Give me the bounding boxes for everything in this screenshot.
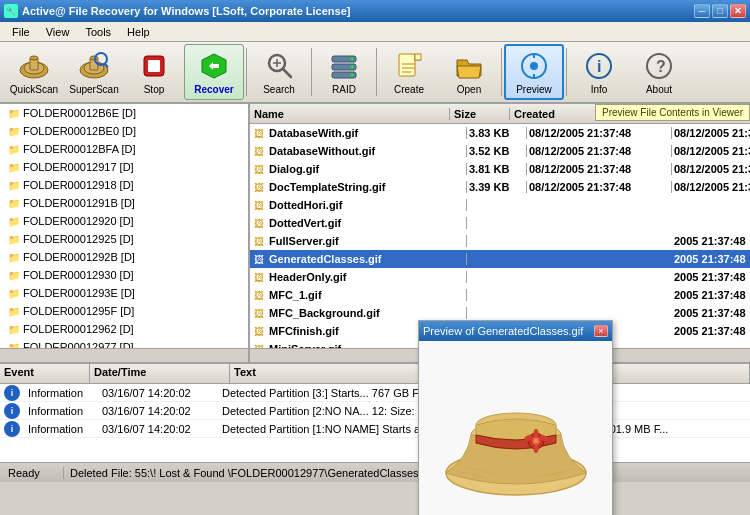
folder-tree: 📁 FOLDER00012B6E [D] 📁 FOLDER00012BE0 [D…: [0, 104, 248, 348]
quickscan-icon: [18, 50, 50, 82]
svg-point-19: [351, 57, 354, 60]
file-created: 08/12/2005 21:37:48: [527, 145, 672, 157]
file-row-selected[interactable]: 🖼 GeneratedClasses.gif 2005 21:37:48 12/…: [250, 250, 750, 268]
tree-item-6[interactable]: 📁 FOLDER00012920 [D]: [0, 212, 248, 230]
col-name-header[interactable]: Name: [250, 108, 450, 120]
search-label: Search: [263, 84, 295, 95]
folder-icon: 📁: [8, 306, 20, 317]
file-row[interactable]: 🖼 MFC_1.gif 2005 21:37:48 12/0: [250, 286, 750, 304]
tree-item-10[interactable]: 📁 FOLDER0001293E [D]: [0, 284, 248, 302]
file-row[interactable]: 🖼 Dialog.gif 3.81 KB 08/12/2005 21:37:48…: [250, 160, 750, 178]
tree-item-2[interactable]: 📁 FOLDER00012BFA [D]: [0, 140, 248, 158]
window-title: Active@ File Recovery for Windows [LSoft…: [22, 5, 350, 17]
file-row[interactable]: 🖼 FullServer.gif 2005 21:37:48 12/0: [250, 232, 750, 250]
tree-h-scrollbar[interactable]: [0, 348, 248, 362]
file-row[interactable]: 🖼 HeaderOnly.gif 2005 21:37:48 12/0: [250, 268, 750, 286]
folder-icon: 📁: [8, 252, 20, 263]
file-list: 🖼 DatabaseWith.gif 3.83 KB 08/12/2005 21…: [250, 124, 750, 348]
folder-icon: 📁: [8, 162, 20, 173]
preview-button[interactable]: Preview: [504, 44, 564, 100]
log-row[interactable]: i Information 03/16/07 14:20:02 Detected…: [0, 402, 750, 420]
title-bar: 🔧 Active@ File Recovery for Windows [LSo…: [0, 0, 750, 22]
svg-rect-24: [415, 54, 421, 60]
file-icon: 🖼: [250, 272, 264, 283]
svg-rect-22: [399, 54, 415, 76]
preview-label: Preview: [516, 84, 552, 95]
log-col-datetime-header[interactable]: Date/Time: [90, 364, 230, 383]
log-row[interactable]: i Information 03/16/07 14:20:02 Detected…: [0, 384, 750, 402]
info-button[interactable]: i Info: [569, 44, 629, 100]
log-row[interactable]: i Information 03/16/07 14:20:02 Detected…: [0, 420, 750, 438]
file-icon: 🖼: [250, 182, 264, 193]
info-icon: i: [583, 50, 615, 82]
file-name: HeaderOnly.gif: [267, 271, 467, 283]
file-modified: 2005 21:37:48: [672, 253, 750, 265]
open-button[interactable]: Open: [439, 44, 499, 100]
maximize-button[interactable]: □: [712, 4, 728, 18]
tree-item-3[interactable]: 📁 FOLDER00012917 [D]: [0, 158, 248, 176]
svg-point-41: [534, 439, 538, 443]
tree-item-5[interactable]: 📁 FOLDER0001291B [D]: [0, 194, 248, 212]
log-col-event-header[interactable]: Event: [0, 364, 90, 383]
svg-text:?: ?: [656, 58, 666, 75]
tree-item-7[interactable]: 📁 FOLDER00012925 [D]: [0, 230, 248, 248]
folder-icon: 📁: [8, 126, 20, 137]
folder-icon: 📁: [8, 270, 20, 281]
preview-popup-header: Preview of GeneratedClasses.gif ×: [419, 321, 612, 341]
create-button[interactable]: Create: [379, 44, 439, 100]
main-area: 📁 FOLDER00012B6E [D] 📁 FOLDER00012BE0 [D…: [0, 104, 750, 362]
superscan-button[interactable]: SuperScan: [64, 44, 124, 100]
file-icon: 🖼: [250, 128, 264, 139]
search-button[interactable]: Search: [249, 44, 309, 100]
about-icon: ?: [643, 50, 675, 82]
tree-item-8[interactable]: 📁 FOLDER0001292B [D]: [0, 248, 248, 266]
superscan-icon: [78, 50, 110, 82]
menu-help[interactable]: Help: [119, 24, 158, 40]
log-info-icon: i: [4, 385, 20, 401]
superscan-label: SuperScan: [69, 84, 118, 95]
tree-item-11[interactable]: 📁 FOLDER0001295F [D]: [0, 302, 248, 320]
preview-tooltip: Preview File Contents in Viewer: [595, 104, 750, 121]
tree-item-12[interactable]: 📁 FOLDER00012962 [D]: [0, 320, 248, 338]
tree-item-1[interactable]: 📁 FOLDER00012BE0 [D]: [0, 122, 248, 140]
minimize-button[interactable]: ─: [694, 4, 710, 18]
svg-point-3: [30, 56, 38, 60]
about-button[interactable]: ? About: [629, 44, 689, 100]
file-icon: 🖼: [250, 308, 264, 319]
tree-item-4[interactable]: 📁 FOLDER00012918 [D]: [0, 176, 248, 194]
file-row[interactable]: 🖼 DatabaseWithout.gif 3.52 KB 08/12/2005…: [250, 142, 750, 160]
recover-button[interactable]: Recover: [184, 44, 244, 100]
file-icon: 🖼: [250, 164, 264, 175]
svg-rect-11: [148, 60, 160, 72]
col-size-header[interactable]: Size: [450, 108, 510, 120]
folder-icon: 📁: [8, 108, 20, 119]
svg-point-21: [351, 73, 354, 76]
preview-popup-close-button[interactable]: ×: [594, 325, 608, 337]
svg-point-7: [90, 56, 98, 60]
file-icon: 🖼: [250, 218, 264, 229]
file-name: MFC_Background.gif: [267, 307, 467, 319]
file-row[interactable]: 🖼 DatabaseWith.gif 3.83 KB 08/12/2005 21…: [250, 124, 750, 142]
menu-view[interactable]: View: [38, 24, 78, 40]
menu-tools[interactable]: Tools: [77, 24, 119, 40]
quickscan-button[interactable]: QuickScan: [4, 44, 64, 100]
file-name: MFC_1.gif: [267, 289, 467, 301]
file-row[interactable]: 🖼 DocTemplateString.gif 3.39 KB 08/12/20…: [250, 178, 750, 196]
file-row[interactable]: 🖼 DottedHori.gif: [250, 196, 750, 214]
close-button[interactable]: ✕: [730, 4, 746, 18]
menu-file[interactable]: File: [4, 24, 38, 40]
file-icon: 🖼: [250, 146, 264, 157]
folder-icon: 📁: [8, 144, 20, 155]
file-row[interactable]: 🖼 DottedVert.gif: [250, 214, 750, 232]
stop-button[interactable]: Stop: [124, 44, 184, 100]
tree-item-9[interactable]: 📁 FOLDER00012930 [D]: [0, 266, 248, 284]
raid-button[interactable]: RAID: [314, 44, 374, 100]
tree-item-13[interactable]: 📁 FOLDER00012977 [D]: [0, 338, 248, 348]
folder-icon: 📁: [8, 234, 20, 245]
folder-icon: 📁: [8, 216, 20, 227]
svg-text:i: i: [597, 58, 601, 75]
file-modified: 2005 21:37:48: [672, 271, 750, 283]
toolbar: QuickScan SuperScan Stop: [0, 42, 750, 104]
tree-item-0[interactable]: 📁 FOLDER00012B6E [D]: [0, 104, 248, 122]
search-icon: [263, 50, 295, 82]
